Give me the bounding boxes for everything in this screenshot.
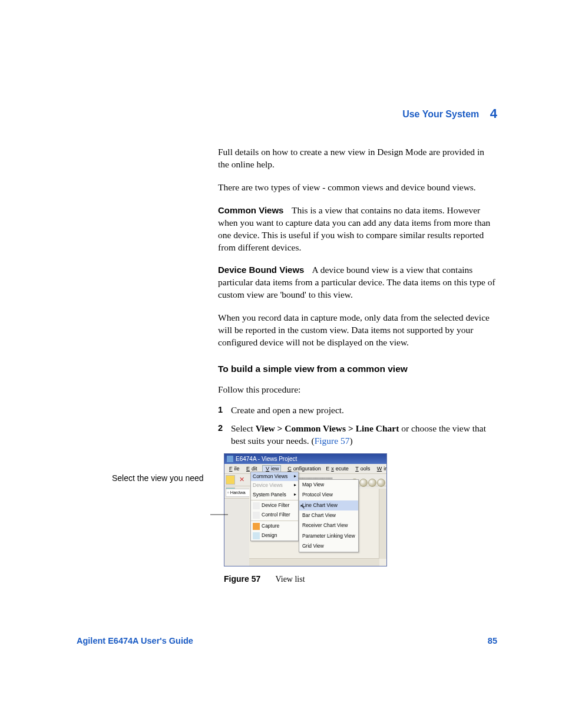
footer-guide-title: Agilent E6474A User's Guide [77, 636, 193, 645]
menu-windows[interactable]: Windows [375, 466, 387, 472]
filter-icon [253, 512, 260, 519]
view-menu-dropdown: Common Views▸ Device Views▸ System Panel… [250, 472, 299, 541]
submenu-bar-chart-view[interactable]: Bar Chart View [299, 510, 358, 521]
paragraph: Full details on how to create a new view… [218, 146, 497, 171]
step-1: 1 Create and open a new project. [218, 404, 497, 417]
common-views-submenu: Map View Protocol View Line Chart View B… [299, 479, 359, 552]
submenu-line-chart-view[interactable]: Line Chart View [299, 500, 358, 510]
figure-number: Figure 57 [224, 574, 260, 584]
page-footer: Agilent E6474A User's Guide 85 [77, 636, 497, 645]
figure-link[interactable]: Figure 57 [315, 436, 350, 446]
figure-block: E6474A - Views Project File Edit View Co… [218, 453, 497, 585]
tree-node[interactable]: ▫ Hardwa [226, 489, 250, 497]
menu-item-device-views[interactable]: Device Views▸ [251, 481, 298, 490]
runin-heading: Common Views [218, 205, 283, 215]
section-number: 4 [490, 106, 497, 121]
menu-item-design[interactable]: Design [251, 531, 298, 541]
submenu-protocol-view[interactable]: Protocol View [299, 490, 358, 500]
step-number: 2 [218, 423, 223, 434]
window-titlebar: E6474A - Views Project [224, 454, 386, 465]
paragraph-device-bound-views: Device Bound Views A device bound view i… [218, 264, 497, 301]
submenu-grid-view[interactable]: Grid View [299, 541, 358, 551]
submenu-map-view[interactable]: Map View [299, 480, 358, 490]
paragraph: Follow this procedure: [218, 384, 497, 396]
filter-icon [253, 502, 260, 509]
menu-item-system-panels[interactable]: System Panels▸ [251, 490, 298, 499]
step-number: 1 [218, 404, 223, 416]
round-button[interactable] [359, 479, 368, 487]
round-button[interactable] [368, 479, 376, 487]
sub-heading: To build a simple view from a common vie… [218, 363, 497, 375]
section-name: Use Your System [402, 109, 479, 119]
submenu-parameter-linking-view[interactable]: Parameter Linking View [299, 531, 358, 541]
figure-caption: Figure 57 View list [224, 574, 497, 585]
body-text: Full details on how to create a new view… [218, 146, 497, 585]
step-text: Create and open a new project. [231, 405, 344, 415]
app-icon [227, 456, 233, 462]
menu-configuration[interactable]: Configuration [286, 466, 321, 472]
page-header: Use Your System 4 [402, 106, 497, 121]
paragraph: When you record data in capture mode, on… [218, 312, 497, 349]
window-title: E6474A - Views Project [236, 455, 297, 463]
footer-page-number: 85 [488, 636, 497, 645]
capture-icon [253, 523, 260, 530]
runin-heading: Device Bound Views [218, 265, 304, 275]
step-2: 2 Select View > Common Views > Line Char… [218, 423, 497, 447]
scrollbar-vertical[interactable] [379, 489, 386, 559]
scrollbar-horizontal[interactable] [249, 558, 379, 566]
submenu-receiver-chart-view[interactable]: Receiver Chart View [299, 521, 358, 531]
menu-file[interactable]: File [227, 466, 240, 472]
step-text: Select View > Common Views > Line Chart … [231, 423, 486, 446]
paragraph-common-views: Common Views This is a view that contain… [218, 205, 497, 254]
menu-item-capture[interactable]: Capture [251, 522, 298, 531]
menu-execute[interactable]: Execute [326, 466, 349, 472]
paragraph: There are two types of view - common vie… [218, 182, 497, 194]
cut-icon[interactable]: ✕ [237, 476, 246, 484]
menu-item-common-views[interactable]: Common Views▸ [251, 472, 298, 481]
figure-callout: Select the view you need [112, 473, 204, 483]
menu-item-device-filter[interactable]: Device Filter [251, 501, 298, 510]
design-icon [253, 532, 260, 539]
menu-item-control-filter[interactable]: Control Filter [251, 510, 298, 520]
open-icon[interactable] [226, 475, 235, 485]
menu-path: View > Common Views > Line Chart [256, 423, 399, 433]
menubar: File Edit View Configuration Execute Too… [224, 464, 386, 474]
figure-title: View list [276, 575, 305, 584]
round-button[interactable] [377, 479, 385, 487]
screenshot-figure: E6474A - Views Project File Edit View Co… [224, 453, 387, 566]
menu-edit[interactable]: Edit [244, 466, 257, 472]
menu-tools[interactable]: Tools [353, 466, 370, 472]
tree-panel: ▫ Hardwa [226, 489, 250, 500]
page: Use Your System 4 Full details on how to… [0, 0, 562, 728]
